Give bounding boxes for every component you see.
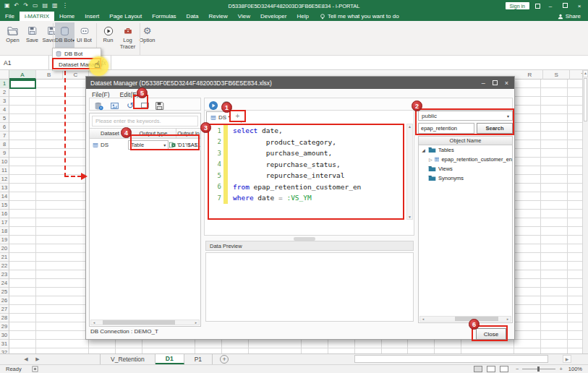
ribbon-tab-page-layout[interactable]: Page Layout xyxy=(104,12,147,21)
name-box[interactable]: A1 xyxy=(0,56,49,69)
scroll-right-icon[interactable]: ▶ xyxy=(563,355,571,363)
dialog-close-icon[interactable]: × xyxy=(505,80,508,87)
tree-node-synonyms[interactable]: Synonyms xyxy=(419,173,512,183)
dialog-titlebar[interactable]: Dataset Manager (D5338F0E5D3244F482003D3… xyxy=(86,77,514,89)
ribbon-tab-i-matrix[interactable]: i-MATRIX xyxy=(20,12,54,21)
select-all-corner[interactable] xyxy=(0,70,9,80)
ribbon-tab-formulas[interactable]: Formulas xyxy=(147,12,181,21)
sheet-tab-v_retention[interactable]: V_Retention xyxy=(100,354,155,364)
sql-editor[interactable]: 1select date,2 product_category,3 purcha… xyxy=(208,124,404,220)
sheet-nav-right-icon[interactable]: ▶ xyxy=(32,354,43,364)
row-header-23[interactable]: 23 xyxy=(0,270,9,279)
row-header-9[interactable]: 9 xyxy=(0,149,9,158)
copy-icon[interactable]: ▥ xyxy=(52,0,58,12)
qat-customize-icon[interactable]: ⋮ xyxy=(62,0,68,12)
vertical-scroll-thumb[interactable] xyxy=(584,78,587,121)
ribbon-tab-file[interactable]: File xyxy=(0,12,20,21)
add-sheet-icon[interactable]: + xyxy=(220,355,229,364)
row-header-11[interactable]: 11 xyxy=(0,166,9,175)
tree-node-tables[interactable]: ◢ Tables xyxy=(419,145,512,155)
redo-icon[interactable]: ↷ xyxy=(23,0,28,12)
ribbon-tab-help[interactable]: Help xyxy=(291,12,313,21)
log-tracer-button[interactable]: Log Tracer xyxy=(118,22,137,54)
ribbon-tab-review[interactable]: Review xyxy=(204,12,233,21)
tree-node-table-item[interactable]: ▷ epap_retention_customer_en xyxy=(419,155,512,164)
row-header-15[interactable]: 15 xyxy=(0,201,9,210)
option-button[interactable]: ⚙ Option xyxy=(137,22,157,54)
sheet-tab-d1[interactable]: D1 xyxy=(155,354,184,364)
macro-record-icon[interactable] xyxy=(32,366,38,372)
row-header-22[interactable]: 22 xyxy=(0,262,9,270)
row-header-19[interactable]: 19 xyxy=(0,236,9,244)
zoom-slider[interactable] xyxy=(522,369,555,369)
ribbon-display-options-icon[interactable] xyxy=(535,4,540,9)
row-header-8[interactable]: 8 xyxy=(0,140,9,149)
expanded-arrow-icon[interactable]: ◢ xyxy=(421,147,426,153)
column-header-B[interactable]: B xyxy=(36,70,63,80)
image-icon[interactable] xyxy=(108,100,120,111)
ribbon-tab-insert[interactable]: Insert xyxy=(80,12,104,21)
row-header-31[interactable]: 31 xyxy=(0,340,9,348)
row-header-28[interactable]: 28 xyxy=(0,314,9,322)
ribbon-tab-home[interactable]: Home xyxy=(54,12,80,21)
camera-icon[interactable]: ▭ xyxy=(33,0,38,12)
column-header-T[interactable]: T xyxy=(570,70,582,80)
page-layout-view-icon[interactable] xyxy=(487,366,495,372)
row-header-25[interactable]: 25 xyxy=(0,288,9,296)
ribbon-tab-view[interactable]: View xyxy=(233,12,255,21)
row-header-30[interactable]: 30 xyxy=(0,331,9,340)
row-header-3[interactable]: 3 xyxy=(0,97,9,106)
column-header-A[interactable]: A xyxy=(9,70,36,80)
sheet-nav-left-icon[interactable]: ◀ xyxy=(20,354,32,364)
collapsed-arrow-icon[interactable]: ▷ xyxy=(429,157,433,162)
zoom-level[interactable]: 100% xyxy=(568,366,582,372)
row-header-18[interactable]: 18 xyxy=(0,227,9,236)
row-header-5[interactable]: 5 xyxy=(0,114,9,123)
dialog-minimize-icon[interactable]: – xyxy=(482,80,485,87)
row-header-17[interactable]: 17 xyxy=(0,218,9,227)
row-header-20[interactable]: 20 xyxy=(0,244,9,253)
row-header-27[interactable]: 27 xyxy=(0,305,9,314)
maximize-button[interactable] xyxy=(561,3,569,9)
row-header-7[interactable]: 7 xyxy=(0,132,9,140)
share-button[interactable]: Share xyxy=(558,12,588,21)
undo-icon[interactable]: ↶ xyxy=(14,0,20,12)
column-header-R[interactable]: R xyxy=(517,70,544,80)
row-header-26[interactable]: 26 xyxy=(0,296,9,305)
ribbon-tab-developer[interactable]: Developer xyxy=(255,12,291,21)
zoom-out-icon[interactable]: − xyxy=(516,366,519,372)
normal-view-icon[interactable] xyxy=(474,366,482,372)
row-header-1[interactable]: 1 xyxy=(0,80,9,88)
horizontal-scrollbar[interactable]: ▶ xyxy=(354,355,571,363)
open-button[interactable]: Open xyxy=(3,22,22,54)
scroll-up-icon[interactable]: ▲ xyxy=(583,70,588,77)
row-header-14[interactable]: 14 xyxy=(0,192,9,201)
dialog-maximize-icon[interactable] xyxy=(493,80,498,85)
close-button[interactable]: × xyxy=(575,3,584,9)
save-button[interactable]: Save xyxy=(22,22,42,54)
sheet-tab-p1[interactable]: P1 xyxy=(184,354,213,364)
sign-in-button[interactable]: Sign in xyxy=(506,2,529,9)
row-header-4[interactable]: 4 xyxy=(0,106,9,114)
formula-input[interactable] xyxy=(111,56,588,69)
add-dataset-button[interactable]: + xyxy=(236,112,240,120)
zoom-in-icon[interactable]: + xyxy=(559,366,562,372)
ribbon-tab-data[interactable]: Data xyxy=(182,12,204,21)
row-header-12[interactable]: 12 xyxy=(0,175,9,184)
horizontal-scroll-thumb[interactable] xyxy=(354,355,548,363)
splitter-handle[interactable] xyxy=(294,237,315,241)
row-header-16[interactable]: 16 xyxy=(0,210,9,218)
tree-node-views[interactable]: Views xyxy=(419,164,512,173)
row-header-29[interactable]: 29 xyxy=(0,322,9,331)
run-button[interactable]: Run xyxy=(98,22,118,54)
paste-icon[interactable]: ▤ xyxy=(43,0,48,12)
vertical-scrollbar[interactable]: ▲ xyxy=(582,70,588,353)
editor-vscrollbar[interactable]: ▲▼ xyxy=(406,124,413,220)
row-header-24[interactable]: 24 xyxy=(0,279,9,288)
zoom-slider-thumb[interactable] xyxy=(537,366,540,372)
column-header-S[interactable]: S xyxy=(543,70,570,80)
row-header-13[interactable]: 13 xyxy=(0,184,9,192)
row-header-6[interactable]: 6 xyxy=(0,123,9,132)
tell-me-box[interactable]: Tell me what you want to do xyxy=(314,12,405,21)
dialog-save-icon[interactable] xyxy=(153,100,165,111)
